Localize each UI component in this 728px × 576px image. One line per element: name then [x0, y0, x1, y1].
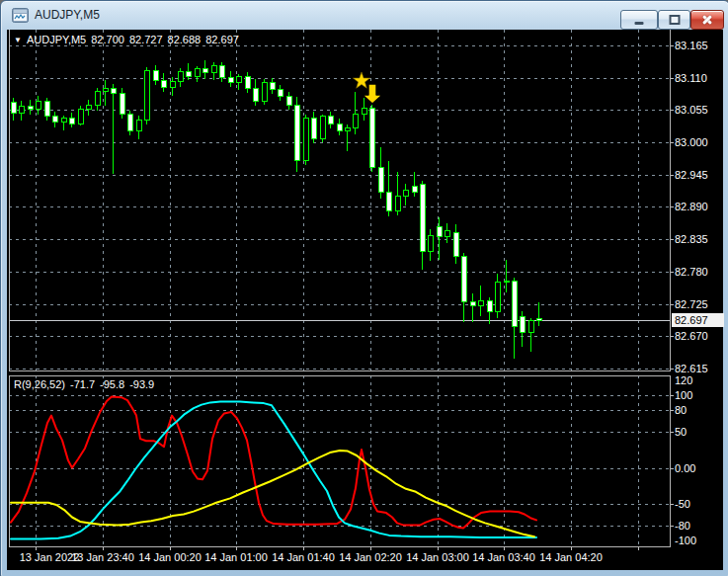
indicator-axis-label: 0.00: [675, 462, 695, 475]
price-axis-label: 82.670: [675, 330, 708, 343]
price-chart-canvas[interactable]: [1, 1, 728, 576]
indicator-value-3: -93.9: [129, 378, 154, 390]
chart-window: AUDJPY,M5 ▼AUDJPY,M582.70082.72782.68882…: [0, 0, 728, 576]
price-axis-label: 82.890: [675, 201, 708, 213]
indicator-axis-label: 120: [675, 374, 692, 387]
readout-low: 82.688: [168, 34, 202, 45]
price-axis-label: 83.055: [675, 104, 708, 117]
price-axis-label: 82.835: [675, 233, 708, 246]
readout-close: 82.697: [205, 34, 239, 45]
collapse-triangle-icon[interactable]: ▼: [14, 36, 22, 44]
indicator-axis-label: 80: [675, 404, 687, 417]
indicator-axis-label: -50: [675, 498, 690, 511]
price-axis-label: 83.110: [675, 72, 707, 85]
current-price-tag: 82.697: [672, 313, 724, 327]
indicator-axis-label: 100: [675, 389, 692, 402]
indicator-value-2: -95.8: [100, 378, 124, 390]
indicator-readout: R(9,26,52)-71.7-95.8-93.9: [14, 378, 159, 390]
readout-symbol: AUDJPY,M5: [27, 34, 86, 45]
price-axis-label: 83.165: [675, 40, 708, 52]
time-axis-label: 14 Jan 04:20: [526, 551, 615, 564]
indicator-axis-label: 50: [675, 426, 687, 439]
readout-open: 82.700: [91, 34, 124, 45]
indicator-value-1: -71.7: [70, 378, 95, 390]
indicator-axis-label: -100: [675, 535, 696, 547]
ohlc-readout: ▼AUDJPY,M582.70082.72782.68882.697: [14, 34, 244, 45]
indicator-axis-label: -80: [675, 520, 690, 533]
indicator-name: R(9,26,52): [14, 378, 65, 390]
price-axis-label: 82.725: [675, 298, 708, 311]
price-axis-label: 82.945: [675, 169, 708, 182]
price-axis-label: 83.000: [675, 136, 708, 149]
price-axis-label: 82.780: [675, 266, 708, 279]
readout-high: 82.727: [129, 34, 163, 45]
